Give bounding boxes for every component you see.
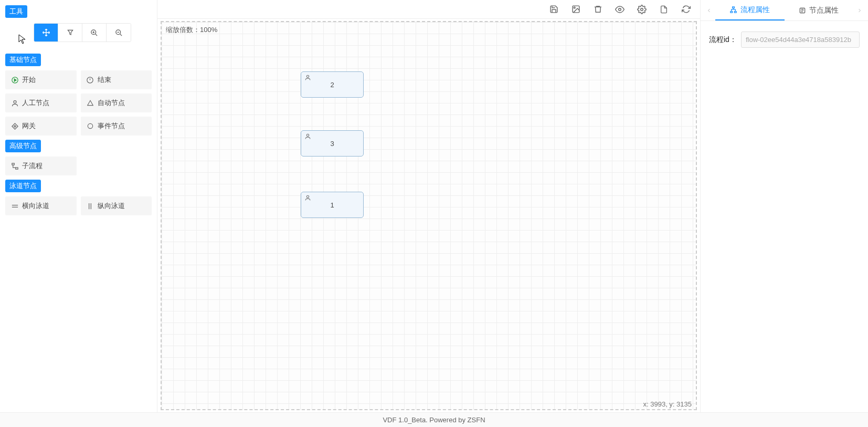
move-icon	[42, 28, 50, 37]
canvas-node-3[interactable]: 3	[301, 130, 364, 157]
canvas-area: 缩放倍数：100% x: 3993, y: 3135 2 3 1	[157, 0, 700, 412]
tool-zoom-out-button[interactable]	[107, 24, 131, 41]
image-icon	[571, 5, 580, 14]
tab-label: 流程属性	[740, 5, 770, 15]
svg-rect-15	[733, 7, 735, 8]
tool-filter-button[interactable]	[58, 24, 82, 41]
tab-flow-properties[interactable]: 流程属性	[715, 0, 785, 20]
flow-id-row: 流程id：	[709, 32, 860, 48]
palette-label: 开始	[22, 75, 36, 85]
footer-text: VDF 1.0_Beta. Powered by ZSFN	[383, 416, 485, 424]
export-button[interactable]	[659, 5, 669, 14]
hlane-icon	[10, 202, 19, 210]
power-icon	[86, 76, 94, 84]
user-icon	[304, 194, 311, 201]
subflow-icon	[10, 162, 19, 170]
canvas-node-label: 3	[330, 140, 334, 148]
svg-point-9	[574, 7, 575, 8]
vlane-icon	[86, 202, 94, 210]
file-icon	[660, 5, 668, 14]
footer-bar: VDF 1.0_Beta. Powered by ZSFN	[0, 412, 868, 427]
tabs-scroll-left[interactable]	[703, 7, 715, 14]
settings-button[interactable]	[637, 5, 647, 14]
canvas-node-1[interactable]: 1	[301, 192, 364, 218]
user-icon	[10, 99, 19, 107]
flow-id-input[interactable]	[741, 32, 860, 48]
palette-start-node[interactable]: 开始	[5, 70, 77, 89]
save-button[interactable]	[549, 5, 558, 14]
tabs-scroll-right[interactable]	[853, 7, 866, 14]
section-advanced-badge: 高级节点	[5, 140, 41, 152]
image-button[interactable]	[571, 5, 580, 14]
palette-auto-node[interactable]: 自动节点	[81, 93, 152, 112]
eye-icon	[615, 5, 624, 14]
refresh-icon	[682, 5, 691, 14]
tools-header-badge: 工具	[5, 5, 27, 18]
svg-point-13	[306, 134, 309, 136]
palette-human-node[interactable]: 人工节点	[5, 93, 77, 112]
delete-button[interactable]	[593, 5, 602, 14]
tab-node-properties[interactable]: 节点属性	[785, 0, 854, 20]
trash-icon	[594, 5, 602, 14]
node-icon	[799, 7, 806, 14]
save-icon	[549, 5, 558, 14]
svg-rect-6	[12, 163, 14, 164]
chevron-right-icon	[856, 7, 863, 14]
preview-button[interactable]	[615, 5, 624, 14]
refresh-button[interactable]	[681, 5, 691, 14]
tool-mode-group	[34, 23, 131, 42]
svg-point-12	[306, 75, 309, 77]
palette-subflow-node[interactable]: 子流程	[5, 157, 77, 175]
palette-gateway-node[interactable]: 网关	[5, 117, 77, 136]
coordinate-indicator: x: 3993, y: 3135	[643, 400, 692, 408]
flow-icon	[729, 6, 737, 14]
zoom-indicator: 缩放倍数：100%	[166, 25, 217, 35]
design-canvas[interactable]: 缩放倍数：100% x: 3993, y: 3135 2 3 1	[161, 21, 697, 410]
section-basic-badge: 基础节点	[5, 54, 41, 66]
gear-icon	[637, 5, 647, 14]
canvas-node-2[interactable]: 2	[301, 71, 364, 98]
svg-rect-16	[731, 12, 733, 13]
palette-label: 横向泳道	[22, 201, 49, 211]
properties-tabs: 流程属性 节点属性	[701, 0, 868, 21]
left-sidebar: 工具 基础节点 开始 结束	[0, 0, 157, 412]
svg-point-14	[306, 195, 309, 197]
palette-label: 自动节点	[98, 98, 125, 108]
svg-point-11	[641, 8, 643, 11]
diamond-icon	[10, 122, 19, 130]
svg-point-10	[619, 8, 621, 11]
palette-vlane-node[interactable]: 纵向泳道	[81, 196, 152, 215]
palette-label: 纵向泳道	[98, 201, 125, 211]
triangle-icon	[86, 99, 94, 107]
svg-rect-17	[735, 12, 737, 13]
properties-panel: 流程属性 节点属性 流程id：	[700, 0, 868, 412]
play-circle-icon	[10, 76, 19, 84]
palette-label: 事件节点	[98, 121, 125, 131]
user-icon	[304, 133, 311, 140]
zoom-in-icon	[90, 29, 98, 37]
properties-body: 流程id：	[701, 21, 868, 58]
canvas-toolbar	[157, 0, 700, 19]
palette-label: 网关	[22, 121, 36, 131]
flow-id-label: 流程id：	[709, 35, 737, 45]
canvas-node-label: 2	[330, 81, 334, 89]
palette-label: 人工节点	[22, 98, 49, 108]
chevron-left-icon	[706, 7, 712, 14]
tab-label: 节点属性	[809, 6, 839, 15]
tool-move-button[interactable]	[34, 24, 58, 41]
svg-point-4	[14, 100, 16, 103]
canvas-node-label: 1	[330, 201, 334, 209]
circle-icon	[86, 122, 94, 130]
palette-label: 子流程	[22, 161, 43, 171]
palette-end-node[interactable]: 结束	[81, 70, 152, 89]
svg-point-5	[88, 123, 92, 128]
palette-event-node[interactable]: 事件节点	[81, 117, 152, 136]
palette-label: 结束	[98, 75, 111, 85]
zoom-out-icon	[115, 29, 123, 37]
user-icon	[304, 74, 311, 81]
palette-hlane-node[interactable]: 横向泳道	[5, 196, 77, 215]
svg-rect-7	[15, 168, 17, 169]
section-lane-badge: 泳道节点	[5, 180, 41, 192]
filter-icon	[67, 29, 74, 36]
tool-zoom-in-button[interactable]	[82, 24, 107, 41]
